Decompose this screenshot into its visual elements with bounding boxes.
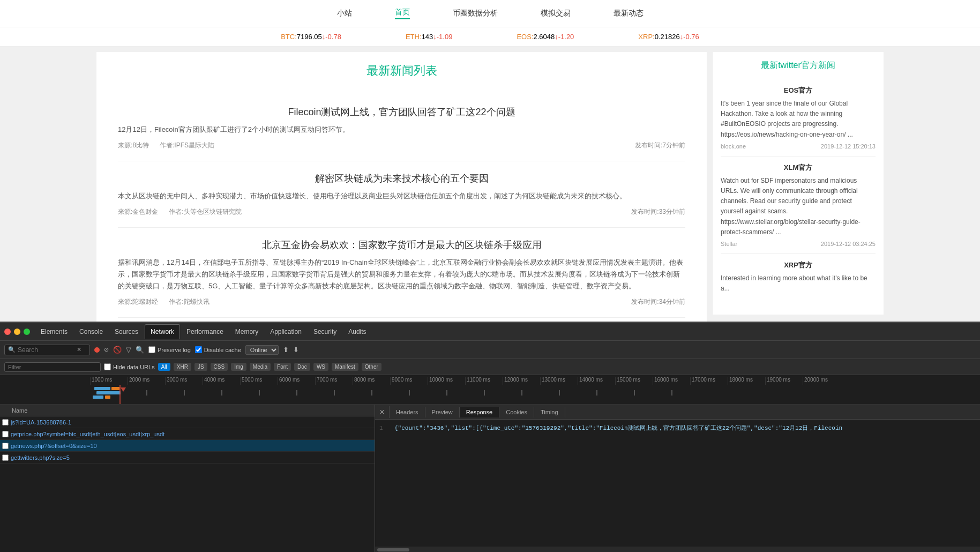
filter-img-btn[interactable]: Img [231,363,246,371]
request-row-4[interactable]: gettwitters.php?size=5 [0,452,375,464]
request-checkbox-4[interactable] [2,454,9,461]
news-item-2: 解密区块链成为未来技术核心的五个要因 本文从区块链的无中间人、多种实现潜力、市场… [118,161,685,228]
clear-search-icon[interactable]: ✕ [77,346,81,353]
tick-14000: 14000 ms [578,377,615,385]
news-meta-2: 来源:金色财金 作者:头等仓区块链研究院 发布时间:33分钟前 [118,207,685,217]
filter-other-btn[interactable]: Other [362,363,381,371]
nav-item-home[interactable]: 首页 [395,8,410,19]
tweet-xrp: XRP官方 Interested in learning more about … [721,254,876,303]
ticker-eth: ETH:143↓-1.09 [406,33,452,41]
tweet-source-xlm: XLM官方 [721,163,876,173]
tick-13000: 13000 ms [540,377,578,385]
filter-all-btn[interactable]: All [158,363,170,371]
filter-bar: Hide data URLs All XHR JS CSS Img Media … [0,359,980,375]
response-close-btn[interactable]: ✕ [375,406,390,418]
filter-xhr-btn[interactable]: XHR [174,363,191,371]
top-nav: 小站 首页 币圈数据分析 模拟交易 最新动态 [0,0,980,27]
tick-2000: 2000 ms [128,377,165,385]
search-input[interactable] [18,346,77,354]
resp-tab-response[interactable]: Response [460,407,500,417]
filter-css-btn[interactable]: CSS [211,363,228,371]
filter-js-btn[interactable]: JS [194,363,207,371]
clear-icon[interactable]: 🚫 [113,346,122,354]
request-row-2[interactable]: getprice.php?symbel=btc_usdt|eth_usdt|eo… [0,428,375,440]
filter-icon[interactable]: ▽ [126,346,131,354]
devtools-tabs-bar: Elements Console Sources Network Perform… [0,323,980,341]
nav-item-news[interactable]: 最新动态 [614,9,644,18]
maximize-circle-icon[interactable] [24,329,30,335]
resp-tab-cookies[interactable]: Cookies [499,407,534,417]
tick-8000: 8000 ms [353,377,390,385]
tweet-xlm: XLM官方 Watch out for SDF impersonators an… [721,156,876,254]
tab-elements[interactable]: Elements [35,325,73,339]
minimize-circle-icon[interactable] [14,329,20,335]
filter-manifest-btn[interactable]: Manifest [332,363,358,371]
preserve-log-label[interactable]: Preserve log [148,346,191,353]
logo[interactable]: 小站 [337,9,352,18]
stop-icon[interactable]: ⊘ [104,346,109,353]
request-checkbox-1[interactable] [2,419,9,426]
resp-tab-headers[interactable]: Headers [390,407,425,417]
resp-tab-preview[interactable]: Preview [425,407,460,417]
filter-media-btn[interactable]: Media [250,363,271,371]
tab-console[interactable]: Console [74,325,108,339]
hide-data-urls-label[interactable]: Hide data URLs [104,363,155,370]
tab-memory[interactable]: Memory [230,325,264,339]
news-title-2[interactable]: 解密区块链成为未来技术核心的五个要因 [118,172,685,185]
tab-audits[interactable]: Audits [343,325,371,339]
scrollbar-area[interactable] [375,547,980,552]
request-row-3[interactable]: getnews.php?&offset=0&size=10 [0,440,375,452]
throttle-select[interactable]: Online [245,345,279,355]
close-circle-icon[interactable] [4,329,11,335]
hide-data-urls-checkbox[interactable] [104,363,111,370]
news-author-1: 作者:IPFS星际大陆 [160,141,214,150]
requests-list: Name js?id=UA-153688786-1 getprice.php?s… [0,405,375,552]
devtools-panel: Elements Console Sources Network Perform… [0,322,980,552]
disable-cache-checkbox[interactable] [195,346,202,353]
tab-performance[interactable]: Performance [181,325,229,339]
tab-security[interactable]: Security [308,325,342,339]
nav-item-data[interactable]: 币圈数据分析 [453,9,498,18]
request-row-1[interactable]: js?id=UA-153688786-1 [0,416,375,428]
request-name-2: getprice.php?symbel=btc_usdt|eth_usdt|eo… [11,431,372,437]
response-content: 1 {"count":"3436","list":[{"time_utc":"1… [375,420,980,547]
disable-cache-label[interactable]: Disable cache [195,346,241,353]
export-icon[interactable]: ⬇ [293,346,299,354]
filter-font-btn[interactable]: Font [274,363,291,371]
import-icon[interactable]: ⬆ [283,346,289,354]
request-name-4: gettwitters.php?size=5 [11,454,372,461]
resp-tab-timing[interactable]: Timing [534,407,565,417]
tab-sources[interactable]: Sources [109,325,144,339]
nav-item-trade[interactable]: 模拟交易 [541,9,571,18]
tweet-source-eos: EOS官方 [721,86,876,95]
col-name-header: Name [12,407,27,414]
filter-ws-btn[interactable]: WS [313,363,328,371]
search-area: 🔍 ✕ [4,345,90,355]
preserve-log-checkbox[interactable] [148,346,155,353]
network-toolbar: 🔍 ✕ ⊘ 🚫 ▽ 🔍 Preserve log Disable cache O… [0,341,980,359]
tweet-text-eos: It's been 1 year since the finale of our… [721,99,876,140]
filter-input[interactable] [4,362,101,372]
ticker-xrp: XRP:0.21826↓-0.76 [638,33,699,41]
requests-response-area: Name js?id=UA-153688786-1 getprice.php?s… [0,405,980,552]
tweet-text-xrp: Interested in learning more about what i… [721,273,876,294]
news-source-author-2: 来源:金色财金 作者:头等仓区块链研究院 [118,207,242,217]
news-desc-2: 本文从区块链的无中间人、多种实现潜力、市场价值快速增长、使用电子治理以及商业巨头… [118,190,685,202]
scrollbar-thumb[interactable] [377,548,409,551]
tab-network[interactable]: Network [145,324,180,339]
request-checkbox-3[interactable] [2,443,9,449]
line-number-1: 1 [379,424,390,434]
tick-15000: 15000 ms [615,377,653,385]
request-checkbox-2[interactable] [2,431,9,437]
news-title-1[interactable]: Filecoin测试网上线，官方团队回答了矿工这22个问题 [118,106,685,118]
record-dot-icon[interactable] [94,347,100,353]
request-name-1: js?id=UA-153688786-1 [11,419,372,426]
search-toggle-icon[interactable]: 🔍 [136,346,144,354]
news-title-3[interactable]: 北京互金协会易欢欢：国家数字货币才是最大的区块链杀手级应用 [118,238,685,251]
tab-application[interactable]: Application [265,325,307,339]
request-name-3: getnews.php?&offset=0&size=10 [11,443,372,449]
filter-doc-btn[interactable]: Doc [294,363,310,371]
news-time-3: 发布时间:34分钟前 [631,297,685,307]
sidebar-title: 最新twitter官方新闻 [721,60,876,71]
tick-7000: 7000 ms [315,377,353,385]
